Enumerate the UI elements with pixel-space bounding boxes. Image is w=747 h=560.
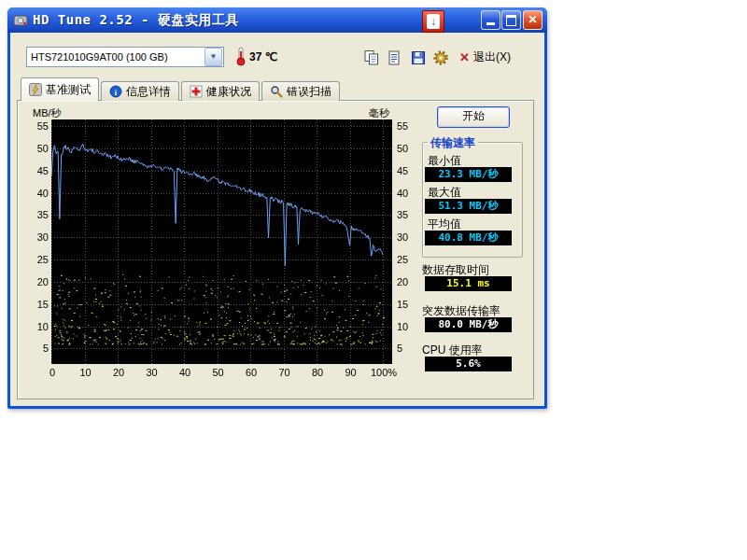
temperature-value: 37 ℃ [249,50,277,63]
magnifier-icon [270,85,283,98]
tab-benchmark[interactable]: 基准测试 [21,77,99,101]
info-icon: i [109,85,122,98]
exit-x-icon: ✕ [459,50,470,64]
maximize-button[interactable] [501,10,521,30]
avg-value-field: 40.8 MB/秒 [425,231,512,245]
tab-benchmark-label: 基准测试 [46,82,91,98]
download-button[interactable]: ↓ [422,10,444,33]
thermometer-icon [235,46,247,69]
benchmark-plot [51,119,392,364]
start-button[interactable]: 开始 [437,106,510,128]
options-button[interactable] [429,46,452,69]
tab-strip: 基准测试 i 信息详情 健康状况 [21,78,342,101]
titlebar[interactable]: HD Tune 2.52 - 硬盘实用工具 ↓ ✕ [7,7,547,33]
burst-rate-field: 80.0 MB/秒 [425,317,512,332]
copy-image-icon [363,49,380,66]
tab-health[interactable]: 健康状况 [181,81,260,101]
copy-text-button[interactable] [382,46,405,69]
close-button[interactable]: ✕ [523,10,543,30]
copy-image-button[interactable] [359,46,383,69]
gear-icon [432,49,449,66]
transfer-rate-title: 传输速率 [428,135,478,151]
close-icon: ✕ [524,11,542,28]
drive-select[interactable]: HTS721010G9AT00 (100 GB) ▼ [26,47,224,67]
minimize-button[interactable] [481,10,500,30]
client-area: HTS721010G9AT00 (100 GB) ▼ 37 ℃ [10,33,544,406]
max-value-field: 51.3 MB/秒 [425,199,512,214]
download-arrow-icon: ↓ [427,14,440,29]
cpu-usage-field: 5.6% [425,357,512,371]
min-value-field: 23.3 MB/秒 [425,167,512,182]
chevron-down-icon[interactable]: ▼ [204,48,222,66]
tab-error-scan-label: 错误扫描 [287,84,331,100]
access-time-field: 15.1 ms [425,276,512,291]
benchmark-icon [29,83,42,96]
save-screenshot-button[interactable] [406,46,430,69]
copy-text-icon [386,49,402,66]
maximize-icon [506,15,516,26]
health-cross-icon [190,85,203,98]
tab-info-label: 信息详情 [126,84,171,100]
exit-label: 退出(X) [473,49,511,65]
tab-info[interactable]: i 信息详情 [101,81,179,101]
drive-select-value: HTS721010G9AT00 (100 GB) [27,51,204,63]
hd-tune-window: HD Tune 2.52 - 硬盘实用工具 ↓ ✕ HTS721010G9AT0… [7,7,547,409]
minimize-icon [486,22,495,25]
app-icon [13,13,28,28]
save-icon [410,49,427,66]
tab-health-label: 健康状况 [206,84,251,100]
window-title: HD Tune 2.52 - 硬盘实用工具 [33,12,239,29]
y-axis-unit-left: MB/秒 [33,106,62,120]
y-axis-unit-right: 毫秒 [369,106,389,120]
tab-error-scan[interactable]: 错误扫描 [261,81,340,101]
exit-button[interactable]: ✕ 退出(X) [459,48,511,66]
